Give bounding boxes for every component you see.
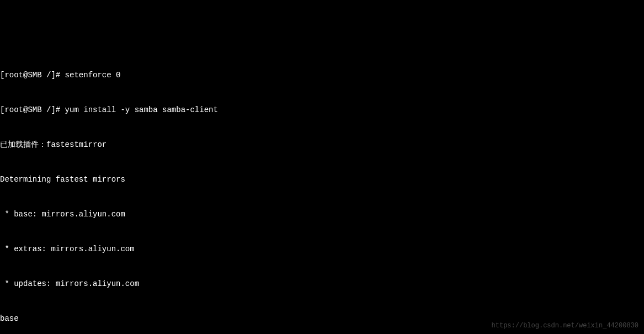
terminal-line: * extras: mirrors.aliyun.com [0, 243, 644, 255]
terminal-line: [root@SMB /]# setenforce 0 [0, 70, 644, 81]
watermark-text: https://blog.csdn.net/weixin_44200830 [492, 321, 638, 331]
terminal-line: * base: mirrors.aliyun.com [0, 209, 644, 220]
terminal-line: [root@SMB /]# yum install -y samba samba… [0, 104, 644, 116]
terminal-line: Determining fastest mirrors [0, 174, 644, 185]
terminal-line: * updates: mirrors.aliyun.com [0, 278, 644, 290]
terminal-line: 已加载插件：fastestmirror [0, 139, 644, 151]
terminal-output[interactable]: [root@SMB /]# setenforce 0 [root@SMB /]#… [0, 46, 644, 334]
